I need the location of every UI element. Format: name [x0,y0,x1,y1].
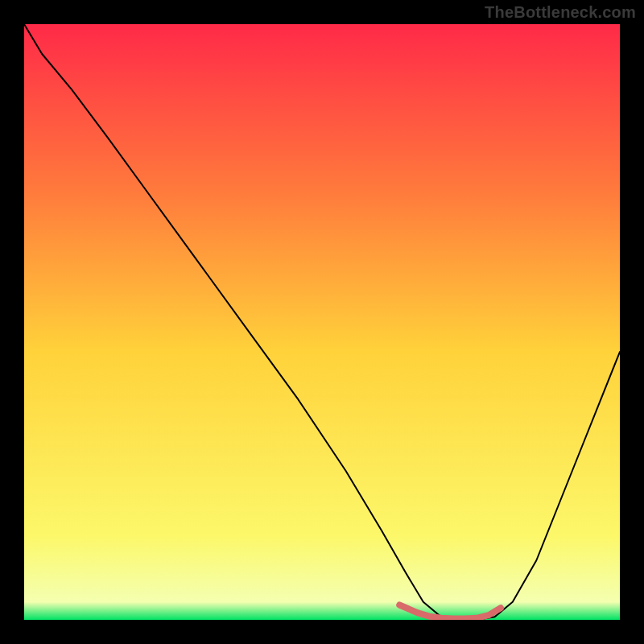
plot-area [24,24,620,620]
chart-canvas: TheBottleneck.com [0,0,644,644]
gradient-background [24,24,620,620]
watermark-text: TheBottleneck.com [485,3,636,22]
plot-svg [24,24,620,620]
